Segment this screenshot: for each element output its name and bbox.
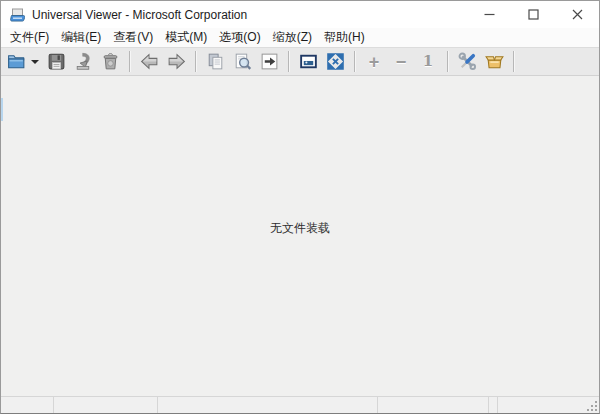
toolbar-separator — [195, 51, 196, 72]
forward-button[interactable] — [163, 49, 189, 74]
resize-grip-icon[interactable] — [587, 401, 598, 412]
status-panel — [378, 397, 489, 413]
window-controls — [467, 1, 599, 28]
menu-mode[interactable]: 模式(M) — [159, 27, 213, 48]
status-panel — [158, 397, 378, 413]
save-button[interactable] — [43, 49, 69, 74]
tools-button[interactable] — [454, 49, 480, 74]
search-document-icon — [232, 51, 253, 72]
menu-file[interactable]: 文件(F) — [4, 27, 55, 48]
copy-pages-icon — [205, 51, 226, 72]
zoom-in-button[interactable]: + — [361, 49, 387, 74]
back-button[interactable] — [136, 49, 162, 74]
reload-icon — [73, 51, 94, 72]
window-title: Universal Viewer - Microsoft Corporation — [32, 8, 247, 22]
open-dropdown-caret[interactable] — [31, 60, 39, 64]
menu-zoom[interactable]: 缩放(Z) — [267, 27, 318, 48]
toolbar-separator — [447, 51, 448, 72]
zoom-out-button[interactable]: − — [388, 49, 414, 74]
minimize-icon — [484, 9, 495, 20]
toolbar-separator — [129, 51, 130, 72]
menu-bar: 文件(F) 编辑(E) 查看(V) 模式(M) 选项(O) 缩放(Z) 帮助(H… — [1, 28, 599, 47]
reload-button[interactable] — [70, 49, 96, 74]
plus-icon: + — [369, 53, 380, 71]
close-icon — [572, 9, 583, 20]
title-bar[interactable]: Universal Viewer - Microsoft Corporation — [1, 1, 599, 28]
goto-page-icon — [259, 51, 280, 72]
tools-icon — [457, 51, 478, 72]
status-panel — [1, 397, 54, 413]
viewer-client-area[interactable]: 无文件装载 — [1, 76, 599, 396]
image-icon — [298, 51, 319, 72]
goto-button[interactable] — [256, 49, 282, 74]
package-icon — [484, 51, 505, 72]
close-button[interactable] — [555, 1, 599, 28]
open-folder-icon — [6, 51, 27, 72]
minimize-button[interactable] — [467, 1, 511, 28]
arrow-right-icon — [166, 51, 187, 72]
trash-icon — [100, 51, 121, 72]
empty-state-message: 无文件装载 — [1, 220, 599, 237]
toolbar: + − 1 — [1, 47, 599, 76]
maximize-icon — [528, 9, 539, 20]
arrow-left-icon — [139, 51, 160, 72]
menu-edit[interactable]: 编辑(E) — [55, 27, 107, 48]
save-floppy-icon — [46, 51, 67, 72]
maximize-button[interactable] — [511, 1, 555, 28]
status-panel — [54, 397, 158, 413]
open-button[interactable] — [4, 49, 42, 74]
actual-size-button[interactable]: 1 — [415, 49, 441, 74]
menu-view[interactable]: 查看(V) — [107, 27, 159, 48]
menu-options[interactable]: 选项(O) — [213, 27, 266, 48]
minus-icon: − — [396, 53, 407, 71]
fullscreen-icon — [325, 51, 346, 72]
status-bar — [1, 396, 599, 413]
app-window: Universal Viewer - Microsoft Corporation… — [0, 0, 600, 414]
find-button[interactable] — [229, 49, 255, 74]
image-view-button[interactable] — [295, 49, 321, 74]
plugins-button[interactable] — [481, 49, 507, 74]
toolbar-separator — [354, 51, 355, 72]
app-icon — [10, 8, 25, 22]
one-icon: 1 — [423, 54, 433, 69]
menu-help[interactable]: 帮助(H) — [318, 27, 371, 48]
copy-button[interactable] — [202, 49, 228, 74]
delete-button[interactable] — [97, 49, 123, 74]
status-panel — [489, 397, 498, 413]
toolbar-separator — [288, 51, 289, 72]
fullscreen-button[interactable] — [322, 49, 348, 74]
left-edge-highlight — [1, 98, 3, 121]
toolbar-separator — [513, 51, 514, 72]
